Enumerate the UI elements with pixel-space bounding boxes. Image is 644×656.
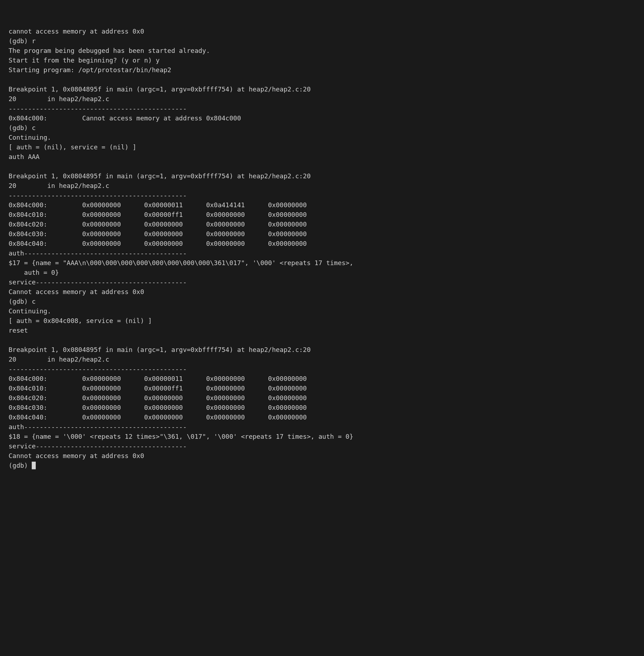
terminal-output: cannot access memory at address 0x0 (gdb… xyxy=(9,7,635,480)
terminal-content: cannot access memory at address 0x0 (gdb… xyxy=(9,26,635,470)
